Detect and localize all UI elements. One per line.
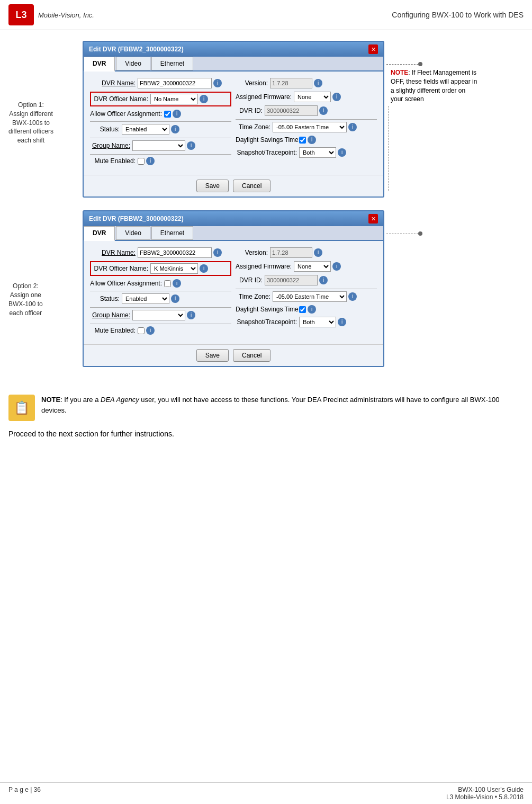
dialog2-save-button[interactable]: Save xyxy=(196,349,229,362)
dialog1-save-button[interactable]: Save xyxy=(196,180,229,192)
group-name-info-2[interactable]: i xyxy=(187,311,195,319)
guide-title: BWX-100 User's Guide xyxy=(446,786,524,793)
firmware-select-2[interactable]: None xyxy=(294,261,331,272)
dialog1-titlebar: Edit DVR (FBBW2_3000000322) ✕ xyxy=(84,42,383,57)
daylight-info-2[interactable]: i xyxy=(308,305,316,314)
tab-ethernet-2[interactable]: Ethernet xyxy=(151,226,193,240)
allow-officer-info-1[interactable]: i xyxy=(173,110,181,118)
mute-checkbox-2[interactable] xyxy=(138,327,145,334)
dvrid-row-1: DVR ID: i xyxy=(236,105,377,116)
status-select-2[interactable]: Enabled xyxy=(122,293,169,304)
mute-checkbox-1[interactable] xyxy=(138,158,145,165)
tab-ethernet-1[interactable]: Ethernet xyxy=(151,57,193,70)
snapshot-select-2[interactable]: Both xyxy=(299,317,336,327)
dvrid-row-2: DVR ID: i xyxy=(236,275,377,285)
snapshot-row-1: Snapshot/Tracepoint: Both i xyxy=(236,147,377,158)
mute-info-1[interactable]: i xyxy=(146,157,155,165)
officer-name-info-2[interactable]: i xyxy=(200,264,208,273)
tab-dvr-1[interactable]: DVR xyxy=(84,57,115,72)
status-select-1[interactable]: Enabled xyxy=(122,124,169,135)
dialog2-cancel-button[interactable]: Cancel xyxy=(233,349,270,362)
right-note-box: NOTE: If Fleet Management is OFF, these … xyxy=(386,68,479,104)
page-number: P a g e | 36 xyxy=(8,786,41,801)
dvrid-input-2 xyxy=(265,275,318,285)
dialog1-close-button[interactable]: ✕ xyxy=(368,44,378,54)
dialog2-window: Edit DVR (FBBW2_3000000322) ✕ DVR Video … xyxy=(83,210,384,367)
footer-right: BWX-100 User's Guide L3 Mobile-Vision • … xyxy=(446,786,524,801)
dialog2-right-col: Version: i Assigned Firmware: None xyxy=(236,247,377,338)
firmware-info-2[interactable]: i xyxy=(332,262,341,271)
dvr-name-input-1[interactable] xyxy=(138,78,212,88)
bottom-note-italic: DEA Agency xyxy=(101,396,139,404)
option1-label: Option 1: Assign different BWX-100s to d… xyxy=(8,101,53,145)
firmware-info-1[interactable]: i xyxy=(332,93,341,101)
dialog2-title: Edit DVR (FBBW2_3000000322) xyxy=(89,215,184,222)
dvr-name-label-1: DVR Name: xyxy=(90,79,138,87)
right-note-area: NOTE: If Fleet Management is OFF, these … xyxy=(384,41,479,191)
option2-label: Option 2: Assign one BWX-100 to each off… xyxy=(8,282,43,317)
dvr-name-input-2[interactable] xyxy=(138,247,212,258)
dvr-name-info-2[interactable]: i xyxy=(213,248,222,257)
allow-officer-checkbox-2[interactable] xyxy=(164,280,171,287)
timezone-info-2[interactable]: i xyxy=(348,292,357,301)
group-name-info-1[interactable]: i xyxy=(187,141,195,150)
status-info-2[interactable]: i xyxy=(171,294,179,303)
daylight-checkbox-1[interactable] xyxy=(299,137,306,144)
allow-officer-checkbox-1[interactable] xyxy=(164,111,171,118)
dvr-name-info-1[interactable]: i xyxy=(213,79,222,87)
snapshot-select-1[interactable]: Both xyxy=(299,147,336,158)
mute-row-2: Mute Enabled: i xyxy=(90,326,231,335)
dvr-name-row-1: DVR Name: i xyxy=(90,78,231,88)
timezone-info-1[interactable]: i xyxy=(348,123,357,131)
dialog2-footer: Save Cancel xyxy=(84,344,383,366)
dvrid-label-2: DVR ID: xyxy=(236,276,265,284)
status-label-2: Status: xyxy=(90,295,122,302)
dashed-line-2 xyxy=(386,231,422,236)
timezone-select-1[interactable]: -05.00 Eastern Time xyxy=(273,122,347,132)
dialog2-titlebar: Edit DVR (FBBW2_3000000322) ✕ xyxy=(84,211,383,226)
dvrid-info-2[interactable]: i xyxy=(319,276,328,284)
officer-name-select-1[interactable]: No Name xyxy=(150,94,198,104)
tab-dvr-2[interactable]: DVR xyxy=(84,226,115,241)
dialog1-cancel-button[interactable]: Cancel xyxy=(233,180,270,192)
allow-officer-info-2[interactable]: i xyxy=(173,279,181,288)
officer-name-label-2: DVR Officer Name: xyxy=(92,265,150,272)
version-info-2[interactable]: i xyxy=(314,248,322,257)
version-info-1[interactable]: i xyxy=(314,79,322,87)
dialog1-row: Edit DVR (FBBW2_3000000322) ✕ DVR Video … xyxy=(83,41,479,198)
officer-name-info-1[interactable]: i xyxy=(200,95,208,103)
group-name-select-1[interactable] xyxy=(132,140,185,151)
company-name: Mobile-Vision, Inc. xyxy=(38,11,94,19)
vertical-dashed-1 xyxy=(389,106,479,191)
firmware-label-1: Assigned Firmware: xyxy=(236,93,294,101)
mute-label-1: Mute Enabled: xyxy=(90,157,138,165)
mute-info-2[interactable]: i xyxy=(146,326,155,335)
dvrid-info-1[interactable]: i xyxy=(319,106,328,115)
tab-video-2[interactable]: Video xyxy=(116,226,150,240)
snapshot-info-2[interactable]: i xyxy=(338,318,346,326)
officer-name-select-2[interactable]: K McKinnis xyxy=(150,263,198,274)
dialog1-form: DVR Name: i DVR Officer Name: No Name xyxy=(90,78,377,168)
note-label: NOTE xyxy=(391,69,408,76)
snapshot-label-2: Snapshot/Tracepoint: xyxy=(236,318,299,326)
status-row-2: Status: Enabled i xyxy=(90,293,231,304)
dialog2-tabs: DVR Video Ethernet xyxy=(84,226,383,241)
daylight-info-1[interactable]: i xyxy=(308,136,316,144)
firmware-label-2: Assigned Firmware: xyxy=(236,263,294,270)
timezone-select-2[interactable]: -05.00 Eastern Time xyxy=(273,291,347,302)
timezone-row-2: Time Zone: -05.00 Eastern Time i xyxy=(236,291,377,302)
dialog2-row: Edit DVR (FBBW2_3000000322) ✕ DVR Video … xyxy=(83,210,479,367)
version-row-1: Version: i xyxy=(236,78,377,88)
daylight-checkbox-2[interactable] xyxy=(299,306,306,313)
firmware-row-2: Assigned Firmware: None i xyxy=(236,261,377,272)
dialog2-close-button[interactable]: ✕ xyxy=(368,214,378,224)
dvr-name-row-2: DVR Name: i xyxy=(90,247,231,258)
daylight-row-1: Daylight Savings Time: i xyxy=(236,136,377,144)
tab-video-1[interactable]: Video xyxy=(116,57,150,70)
group-name-select-2[interactable] xyxy=(132,310,185,320)
snapshot-info-1[interactable]: i xyxy=(338,148,346,157)
status-info-1[interactable]: i xyxy=(171,125,179,133)
allow-officer-label-1: Allow Officer Assignment: xyxy=(90,110,164,118)
firmware-select-1[interactable]: None xyxy=(294,92,331,102)
group-name-label-2: Group Name: xyxy=(90,311,132,319)
